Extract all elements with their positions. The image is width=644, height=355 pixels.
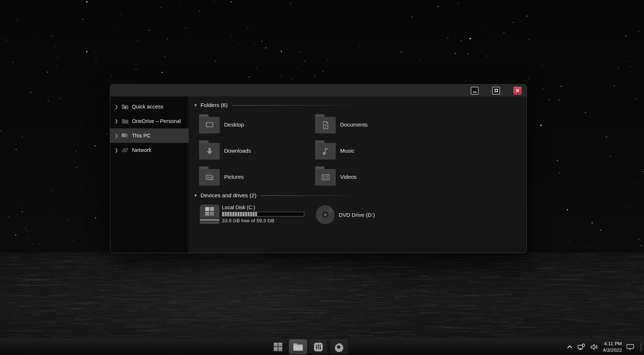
notifications-bubble-icon[interactable] — [627, 343, 635, 351]
drive-label: Local Disk (C:) — [222, 205, 304, 211]
section-title: Folders (6) — [201, 102, 228, 108]
windows-logo-icon — [205, 207, 214, 216]
section-title: Devices and drives (2) — [201, 192, 256, 199]
dvd-disc-icon — [315, 205, 335, 225]
tile-label: Music — [340, 148, 354, 154]
section-header-devices[interactable]: ▼ Devices and drives (2) — [194, 191, 365, 199]
titlebar[interactable]: ✕ — [110, 84, 527, 96]
taskbar-clock[interactable]: 4:11 PM 4/3/2022 — [603, 340, 622, 354]
sidebar-item-onedrive[interactable]: ❯ OneDrive – Personal — [110, 114, 189, 128]
drives-grid: Local Disk (C:) 33.9 GB free of 59.3 GB — [199, 205, 527, 225]
file-explorer-window: ✕ ❯ Quick access ❯ — [110, 84, 527, 253]
downloads-folder-icon — [199, 143, 220, 160]
minimize-button[interactable] — [471, 87, 479, 95]
folder-tile-videos[interactable]: Videos — [315, 167, 431, 186]
file-explorer-taskbar-button[interactable] — [289, 339, 307, 354]
folder-tile-documents[interactable]: Documents — [315, 115, 431, 134]
tile-label: Downloads — [224, 148, 251, 154]
volume-speaker-icon[interactable] — [590, 343, 598, 351]
chevron-down-icon[interactable]: ▼ — [194, 103, 198, 107]
chevron-right-icon[interactable]: ❯ — [115, 119, 118, 124]
folder-content-pane: ▼ Folders (6) Desktop — [189, 96, 527, 253]
maximize-icon — [495, 89, 498, 92]
disk-free-space-text: 33.9 GB free of 59.3 GB — [222, 218, 304, 223]
sidebar-item-network[interactable]: ❯ Network — [110, 143, 189, 157]
quick-access-folder-icon — [121, 103, 129, 110]
this-pc-monitor-icon — [121, 132, 129, 139]
drive-tile-local-disk[interactable]: Local Disk (C:) 33.9 GB free of 59.3 GB — [199, 205, 315, 225]
drive-label: DVD Drive (D:) — [339, 212, 375, 218]
start-button[interactable] — [269, 339, 287, 354]
sidebar-item-quick-access[interactable]: ❯ Quick access — [110, 99, 189, 114]
tray-date: 4/3/2022 — [603, 347, 622, 354]
tile-label: Videos — [340, 174, 357, 180]
system-tray: 4:11 PM 4/3/2022 — [567, 338, 641, 355]
onedrive-folder-icon — [121, 117, 129, 125]
close-icon: ✕ — [515, 88, 520, 93]
tile-label: Desktop — [224, 121, 244, 128]
hard-drive-icon — [199, 205, 220, 224]
minimize-icon — [473, 92, 476, 92]
disk-usage-fill — [222, 212, 257, 216]
folders-grid: Desktop — [199, 115, 527, 186]
folder-icon — [293, 342, 304, 352]
close-button[interactable]: ✕ — [513, 87, 521, 95]
tray-time: 4:11 PM — [603, 340, 622, 347]
section-divider — [261, 195, 365, 196]
videos-folder-icon — [315, 169, 336, 186]
settings-button[interactable] — [330, 339, 348, 354]
mixer-sliders-icon — [313, 342, 323, 352]
network-globe-icon — [121, 146, 129, 154]
folder-tile-downloads[interactable]: Downloads — [199, 141, 315, 160]
navigation-sidebar: ❯ Quick access ❯ OneDrive – P — [110, 96, 189, 253]
sidebar-item-label: Quick access — [132, 104, 163, 110]
documents-folder-icon — [315, 117, 336, 133]
gear-icon — [334, 342, 344, 352]
maximize-button[interactable] — [492, 87, 500, 95]
folder-tile-desktop[interactable]: Desktop — [199, 115, 315, 134]
chevron-right-icon[interactable]: ❯ — [115, 148, 118, 153]
drive-tile-dvd[interactable]: DVD Drive (D:) — [315, 205, 446, 225]
volume-mixer-button[interactable] — [309, 339, 327, 354]
section-header-folders[interactable]: ▼ Folders (6) — [194, 101, 365, 109]
disk-usage-bar — [222, 212, 304, 216]
sidebar-item-label: This PC — [132, 133, 151, 139]
folder-tile-pictures[interactable]: Pictures — [199, 167, 315, 186]
chevron-right-icon[interactable]: ❯ — [115, 133, 118, 138]
sidebar-item-this-pc[interactable]: ❯ This PC — [110, 128, 189, 143]
chevron-down-icon[interactable]: ▼ — [194, 193, 198, 198]
sidebar-item-label: OneDrive – Personal — [132, 118, 181, 124]
tile-label: Pictures — [224, 174, 244, 180]
taskbar: 4:11 PM 4/3/2022 — [0, 338, 644, 355]
chevron-right-icon[interactable]: ❯ — [115, 104, 118, 109]
taskbar-center-buttons — [269, 339, 348, 354]
pictures-folder-icon — [199, 169, 220, 186]
section-divider — [232, 105, 365, 106]
music-folder-icon — [315, 143, 336, 160]
folder-tile-music[interactable]: Music — [315, 141, 431, 160]
show-desktop-button[interactable] — [641, 343, 641, 351]
desktop-folder-icon — [199, 117, 220, 133]
network-ethernet-icon[interactable] — [577, 343, 585, 351]
tile-label: Documents — [340, 121, 368, 128]
sidebar-item-label: Network — [132, 147, 151, 153]
windows-start-icon — [273, 342, 282, 351]
hidden-icons-chevron-icon[interactable] — [567, 345, 573, 349]
